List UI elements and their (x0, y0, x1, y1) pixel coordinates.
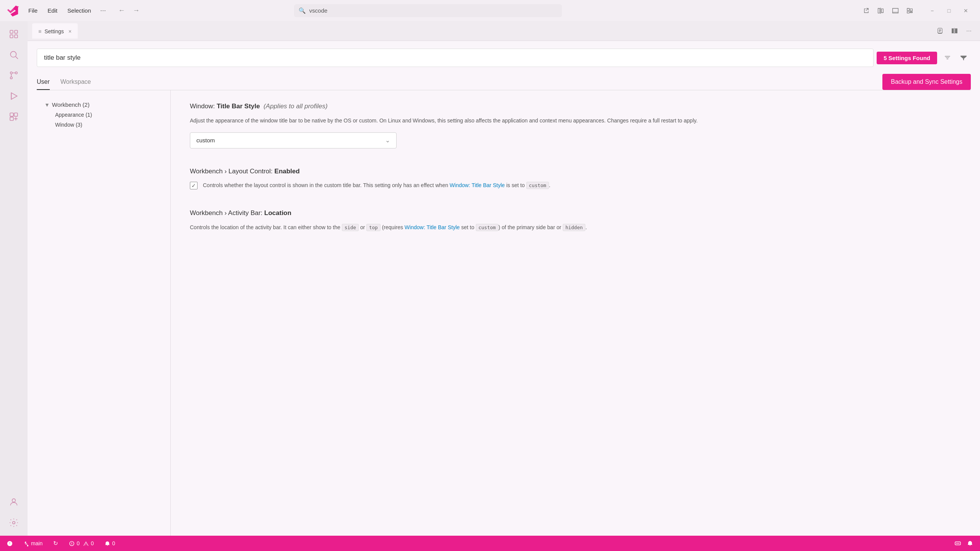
setting-checkbox-row: ✓ Controls whether the layout control is… (190, 181, 952, 190)
tab-user[interactable]: User (37, 75, 50, 90)
chevron-down-icon: ▼ (44, 102, 50, 108)
activity-account[interactable] (5, 493, 23, 511)
tree-window-label: Window (3) (55, 122, 82, 128)
activity-search[interactable] (5, 46, 23, 64)
activity-extensions[interactable] (5, 108, 23, 126)
tab-close-button[interactable]: × (69, 28, 72, 34)
status-ports[interactable] (952, 540, 963, 546)
nav-back[interactable]: ← (115, 4, 128, 17)
title-bar-style-link-2[interactable]: Window: Title Bar Style (405, 224, 460, 230)
setting-activity-bar: Workbench › Activity Bar: Location Contr… (190, 209, 952, 232)
status-errors[interactable]: 0 0 (67, 536, 96, 551)
setting-desc-3: Controls the location of the activity ba… (190, 223, 952, 232)
main-layout: ≡ Settings × ··· 5 Settings Found (0, 21, 980, 536)
select-chevron-icon: ⌄ (385, 137, 390, 144)
filter-settings[interactable] (956, 51, 971, 65)
svg-point-15 (13, 522, 15, 524)
svg-rect-12 (14, 113, 18, 116)
title-search: 🔍 (294, 4, 562, 17)
status-bell[interactable] (965, 540, 975, 546)
nav-forward[interactable]: → (130, 4, 143, 17)
code-top: top (366, 224, 381, 231)
svg-point-18 (956, 543, 957, 544)
backup-sync-button[interactable]: Backup and Sync Settings (882, 74, 971, 90)
more-actions[interactable]: ··· (962, 24, 975, 37)
settings-tabs: User Workspace Backup and Sync Settings (37, 74, 971, 90)
clear-search-order[interactable] (940, 51, 955, 65)
error-count: 0 (77, 540, 80, 546)
setting-layout-control: Workbench › Layout Control: Enabled ✓ Co… (190, 167, 952, 191)
search-actions (940, 51, 971, 65)
title-search-input[interactable] (294, 4, 562, 17)
status-sync[interactable]: ↻ (51, 536, 60, 551)
layout-control-checkbox[interactable]: ✓ (190, 182, 198, 189)
warning-count: 0 (91, 540, 94, 546)
svg-rect-0 (10, 30, 13, 33)
tab-bar-actions: ··· (933, 24, 975, 37)
svg-rect-13 (10, 117, 13, 121)
open-new-window[interactable] (860, 4, 873, 17)
activity-explorer[interactable] (5, 25, 23, 43)
select-value: custom (196, 137, 215, 143)
settings-body: ▼ Workbench (2) Appearance (1) Window (3… (37, 90, 971, 536)
status-error-icon[interactable] (5, 536, 15, 551)
status-branch[interactable]: main (21, 536, 45, 551)
settings-main-content: Window: Title Bar Style (Applies to all … (171, 90, 971, 536)
sync-icon: ↻ (53, 540, 58, 547)
menu-bar: File Edit Selection ··· (24, 5, 109, 16)
layout-options[interactable] (903, 4, 916, 17)
svg-rect-11 (10, 113, 13, 116)
menu-selection[interactable]: Selection (64, 6, 95, 15)
toggle-panel[interactable] (889, 4, 902, 17)
setting-window-title-bar: Window: Title Bar Style (Applies to all … (190, 102, 952, 148)
svg-point-19 (957, 543, 958, 544)
tree-workbench[interactable]: ▼ Workbench (2) (41, 99, 166, 110)
app-logo (6, 4, 20, 18)
split-editor-right[interactable] (948, 24, 961, 37)
close-button[interactable]: ✕ (958, 4, 974, 17)
maximize-button[interactable]: □ (941, 4, 957, 17)
settings-found-badge: 5 Settings Found (877, 52, 937, 64)
tree-appearance[interactable]: Appearance (1) (41, 110, 166, 120)
menu-file[interactable]: File (24, 6, 41, 15)
menu-more[interactable]: ··· (97, 5, 109, 16)
setting-title-2: Workbench › Layout Control: Enabled (190, 167, 952, 176)
title-bar-style-link[interactable]: Window: Title Bar Style (450, 182, 505, 188)
minimize-button[interactable]: − (924, 4, 940, 17)
split-editor[interactable] (874, 4, 887, 17)
settings-sidebar: ▼ Workbench (2) Appearance (1) Window (3… (37, 90, 171, 536)
code-custom-1: custom (526, 182, 549, 189)
svg-point-6 (10, 77, 12, 79)
tree-appearance-label: Appearance (1) (55, 112, 92, 118)
search-icon: 🔍 (299, 7, 306, 14)
svg-point-20 (959, 543, 959, 544)
branch-name: main (31, 540, 42, 546)
tab-icon: ≡ (38, 28, 41, 34)
activity-bar (0, 21, 28, 536)
activity-run[interactable] (5, 87, 23, 105)
menu-edit[interactable]: Edit (44, 6, 61, 15)
tree-window[interactable]: Window (3) (41, 120, 166, 130)
title-bar-style-select[interactable]: custom ⌄ (190, 132, 397, 148)
tab-title: Settings (44, 28, 64, 34)
settings-tab-handle[interactable]: ≡ Settings × (32, 23, 78, 39)
activity-git[interactable] (5, 66, 23, 85)
svg-point-14 (12, 499, 16, 502)
tab-workspace[interactable]: Workspace (60, 75, 91, 90)
settings-search-input[interactable] (37, 49, 874, 67)
status-notifications-left[interactable]: 0 (102, 536, 118, 551)
editor-area: ≡ Settings × ··· 5 Settings Found (28, 21, 980, 536)
svg-line-5 (16, 57, 18, 59)
setting-title-1: Window: Title Bar Style (Applies to all … (190, 102, 952, 111)
svg-rect-2 (15, 30, 18, 33)
code-side: side (342, 224, 359, 231)
svg-rect-3 (15, 35, 18, 38)
activity-settings[interactable] (5, 514, 23, 532)
tab-bar: ≡ Settings × ··· (28, 21, 980, 41)
title-actions (860, 4, 916, 17)
setting-checkbox-desc: Controls whether the layout control is s… (203, 181, 550, 190)
settings-content: 5 Settings Found User Workspace Backup a… (28, 41, 980, 536)
open-settings-json[interactable] (933, 24, 946, 37)
window-controls: − □ ✕ (924, 4, 974, 17)
tree-workbench-label: Workbench (2) (52, 101, 90, 108)
